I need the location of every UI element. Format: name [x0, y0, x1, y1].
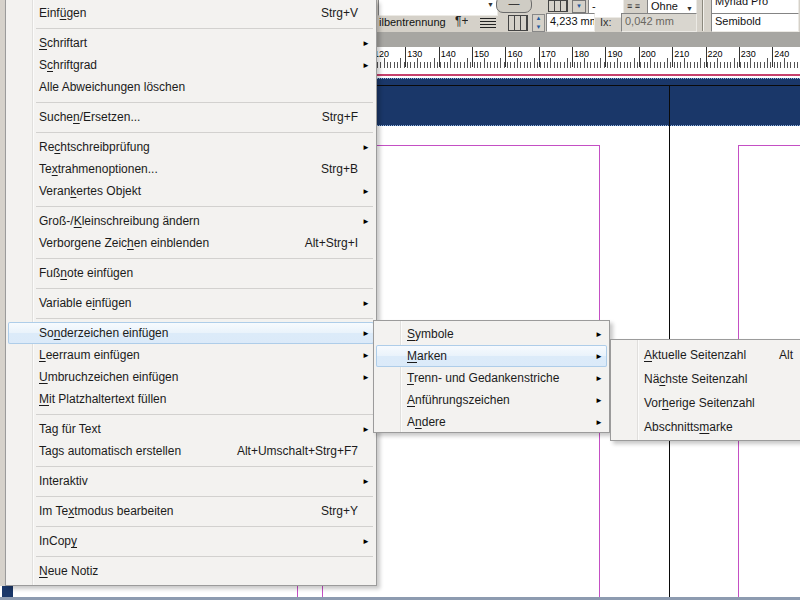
menu-separator [36, 466, 373, 467]
value-stepper[interactable]: ▲ ▼ [532, 14, 545, 32]
menu-item[interactable]: Verankertes Objekt► [8, 180, 374, 202]
ruler-tick-label: 200 [641, 49, 656, 59]
paragraph-style-combo[interactable]: ▼ [378, 0, 498, 16]
menu-item[interactable]: Umbruchzeichen einfügen► [8, 366, 374, 388]
ruler-tick-label: 140 [441, 49, 456, 59]
ruler-tick [772, 47, 773, 67]
ruler-tick [572, 47, 573, 67]
submenu-arrow-icon: ► [358, 425, 370, 434]
menu-separator [36, 496, 373, 497]
ruler-tick [706, 47, 707, 67]
menu-item-label: Groß-/Kleinschreibung ändern [39, 214, 200, 228]
menu-item[interactable]: Anführungszeichen► [376, 389, 607, 411]
submenu-arrow-icon: ► [358, 39, 370, 48]
menu-item-label: Abschnittsmarke [644, 420, 733, 434]
menu-item[interactable]: Im Textmodus bearbeitenStrg+Y [8, 500, 374, 522]
spinner-up-icon[interactable]: ▲ [536, 15, 542, 22]
menu-item[interactable]: Schriftart► [8, 32, 374, 54]
menu-item[interactable]: Mit Platzhaltertext füllen [8, 388, 374, 410]
menu-item[interactable]: Nächste Seitenzahl [613, 367, 800, 391]
menu-separator [36, 28, 373, 29]
menu-item-label: Fußnote einfügen [39, 266, 133, 280]
menu-item-label: Symbole [407, 327, 454, 341]
menu-item[interactable]: Abschnittsmarke [613, 415, 800, 439]
menu-item[interactable]: EinfügenStrg+V [8, 2, 374, 24]
menu-item-label: Andere [407, 415, 446, 429]
cursor-offset-label: Ix: [600, 16, 612, 28]
leading-lines-icon[interactable]: ≡ ≡ [627, 1, 640, 11]
menu-item[interactable]: Groß-/Kleinschreibung ändern► [8, 210, 374, 232]
menu-item[interactable]: Marken► [376, 345, 607, 367]
menu-item-label: Vorherige Seitenzahl [644, 396, 755, 410]
menu-item[interactable]: Rechtschreibprüfung► [8, 136, 374, 158]
menu-item[interactable]: Verborgene Zeichen einblendenAlt+Strg+I [8, 232, 374, 254]
menu-item-label: Schriftart [39, 36, 87, 50]
menu-item-shortcut: Strg+B [303, 162, 358, 176]
submenu-arrow-icon: ► [358, 143, 370, 152]
menu-item[interactable]: Suchen/Ersetzen...Strg+F [8, 106, 374, 128]
ruler-tick [639, 47, 640, 67]
menu-item[interactable]: Textrahmenoptionen...Strg+B [8, 158, 374, 180]
menu-item-label: Einfügen [39, 6, 86, 20]
ruler-tick-label: 190 [607, 49, 622, 59]
ruler-tick [405, 47, 406, 67]
menu-item-shortcut: Strg+F [304, 110, 358, 124]
menu-separator [36, 102, 373, 103]
menu-item[interactable]: Trenn- und Gedankenstriche► [376, 367, 607, 389]
menu-item-label: InCopy [39, 534, 77, 548]
ruler-tick [539, 47, 540, 67]
text-context-menu: EinfügenStrg+VSchriftart►Schriftgrad►All… [5, 0, 377, 586]
font-style-combo[interactable]: Semibold [711, 13, 799, 32]
menu-separator [36, 318, 373, 319]
pilcrow-icon[interactable]: ¶+ [455, 14, 468, 28]
ruler-tick [739, 47, 740, 67]
menu-item[interactable]: Interaktiv► [8, 470, 374, 492]
menu-item[interactable]: Alle Abweichungen löschen [8, 76, 374, 98]
ruler-tick-label: 150 [474, 49, 489, 59]
ruler-tick-label: 160 [507, 49, 522, 59]
menu-item[interactable]: Schriftgrad► [8, 54, 374, 76]
menu-item-label: Trenn- und Gedankenstriche [407, 371, 559, 385]
menu-item[interactable]: Leerraum einfügen► [8, 344, 374, 366]
menu-item-label: Im Textmodus bearbeiten [39, 504, 174, 518]
menu-item[interactable]: Symbole► [376, 323, 607, 345]
justify-icon[interactable] [480, 17, 496, 28]
leading-value-field[interactable]: 4,233 mm [546, 13, 595, 32]
menu-item[interactable]: Tags automatisch erstellenAlt+Umschalt+S… [8, 440, 374, 462]
menu-item[interactable]: Andere► [376, 411, 607, 433]
columns-icon[interactable] [548, 0, 568, 12]
menu-item[interactable]: InCopy► [8, 530, 374, 552]
submenu-arrow-icon: ► [358, 477, 370, 486]
menu-item-label: Textrahmenoptionen... [39, 162, 158, 176]
menu-item[interactable]: Sonderzeichen einfügen► [8, 322, 374, 344]
column-span-icon[interactable] [508, 15, 528, 31]
font-family-combo[interactable]: Myriad Pro [711, 0, 799, 14]
ruler-tick [605, 47, 606, 67]
dropdown-arrow-icon: ▼ [487, 0, 494, 11]
submenu-arrow-icon: ► [358, 351, 370, 360]
menu-item-label: Neue Notiz [39, 564, 98, 578]
menu-item[interactable]: Tag für Text► [8, 418, 374, 440]
menu-item-label: Alle Abweichungen löschen [39, 80, 185, 94]
submenu-arrow-icon: ► [591, 396, 603, 405]
marks-submenu: Aktuelle SeitenzahlAltNächste Seitenzahl… [610, 339, 800, 441]
menu-item-label: Interaktiv [39, 474, 88, 488]
menu-item[interactable]: Neue Notiz [8, 560, 374, 582]
submenu-arrow-icon: ► [358, 373, 370, 382]
menu-item-label: Rechtschreibprüfung [39, 140, 150, 154]
cursor-offset-field[interactable]: 0,042 mm [621, 13, 697, 32]
mini-dropdown-arrow[interactable]: ▼ [572, 0, 586, 13]
menu-separator [36, 526, 373, 527]
spinner-down-icon[interactable]: ▼ [536, 24, 542, 31]
menu-item[interactable]: Aktuelle SeitenzahlAlt [613, 343, 800, 367]
menu-item-shortcut: Alt+Umschalt+Strg+F7 [219, 444, 358, 458]
ruler-tick [672, 47, 673, 67]
menu-item[interactable]: Variable einfügen► [8, 292, 374, 314]
menu-item[interactable]: Vorherige Seitenzahl [613, 391, 800, 415]
submenu-arrow-icon: ► [358, 329, 370, 338]
menu-item[interactable]: Fußnote einfügen [8, 262, 374, 284]
submenu-arrow-icon: ► [591, 418, 603, 427]
dash-button[interactable]: — [496, 0, 532, 13]
menu-item-label: Mit Platzhaltertext füllen [39, 392, 166, 406]
menu-item-label: Umbruchzeichen einfügen [39, 370, 178, 384]
